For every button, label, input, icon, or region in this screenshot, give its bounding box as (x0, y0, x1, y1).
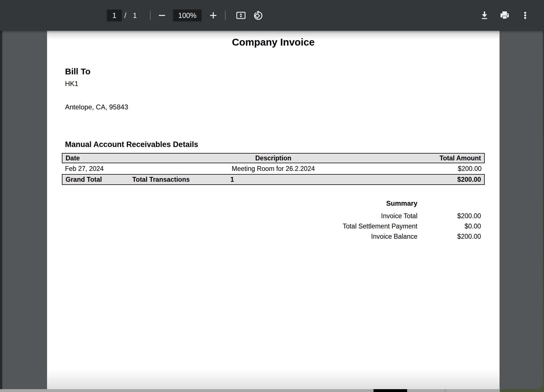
page-count-divider: / (124, 9, 127, 21)
cell-description: Meeting Room for 26.2.2024 (204, 165, 343, 173)
download-icon[interactable] (480, 11, 489, 20)
summary-label: Invoice Total (343, 211, 417, 221)
summary-section: Summary Invoice Total $200.00 Total Sett… (343, 199, 481, 242)
table-row: Feb 27, 2024 Meeting Room for 26.2.2024 … (62, 163, 485, 174)
invoice-page: Company Invoice Bill To HK1 Antelope, CA… (47, 31, 500, 389)
table-header-row: Date Description Total Amount (62, 153, 485, 163)
grand-total-label: Grand Total (62, 176, 132, 183)
zoom-in-icon[interactable] (208, 11, 218, 20)
bill-to-label: Bill To (65, 67, 90, 76)
page-number-input[interactable] (107, 9, 122, 21)
zoom-level-field[interactable]: 100% (173, 9, 202, 21)
rotate-counterclockwise-icon[interactable] (253, 11, 263, 21)
zoom-out-icon[interactable] (157, 11, 167, 20)
total-transactions-label: Total Transactions (132, 176, 230, 183)
summary-value: $200.00 (417, 211, 481, 221)
toolbar-separator (150, 11, 151, 20)
header-date: Date (62, 154, 204, 162)
invoice-title: Company Invoice (47, 36, 500, 48)
more-actions-icon[interactable] (523, 11, 528, 20)
header-total-amount: Total Amount (342, 154, 484, 162)
summary-row: Total Settlement Payment $0.00 (343, 221, 481, 231)
receivables-section-title: Manual Account Receivables Details (65, 140, 198, 149)
page-count-total: 1 (133, 9, 137, 21)
summary-row: Invoice Total $200.00 (343, 211, 481, 221)
toolbar-separator (225, 11, 226, 20)
summary-title: Summary (343, 199, 417, 211)
summary-value: $200.00 (417, 231, 481, 242)
header-description: Description (204, 154, 343, 162)
pdf-viewer-canvas[interactable]: Company Invoice Bill To HK1 Antelope, CA… (2, 31, 543, 389)
summary-row: Invoice Balance $200.00 (343, 231, 481, 242)
summary-label: Total Settlement Payment (343, 221, 417, 231)
desktop-bottom-black-segment (374, 389, 407, 392)
desktop-bottom-seam (445, 389, 446, 392)
cell-total-amount: $200.00 (343, 165, 485, 173)
pdf-viewer-toolbar: / 1 100% (0, 0, 544, 31)
grand-total-amount: $200.00 (457, 176, 484, 183)
bill-to-address: Antelope, CA, 95843 (65, 103, 128, 111)
window-left-edge (0, 31, 2, 389)
desktop-bottom-wallpaper (500, 389, 544, 392)
cell-date: Feb 27, 2024 (62, 165, 204, 173)
desktop-bottom-sliver (0, 389, 544, 392)
summary-label: Invoice Balance (343, 231, 417, 242)
receivables-table: Date Description Total Amount Feb 27, 20… (62, 153, 485, 185)
fit-to-page-icon[interactable] (236, 11, 246, 20)
summary-value: $0.00 (417, 221, 481, 231)
grand-total-row: Grand Total Total Transactions 1 $200.00 (62, 174, 485, 185)
bill-to-name: HK1 (65, 80, 78, 88)
print-icon[interactable] (500, 11, 510, 20)
total-transactions-count: 1 (230, 176, 457, 183)
